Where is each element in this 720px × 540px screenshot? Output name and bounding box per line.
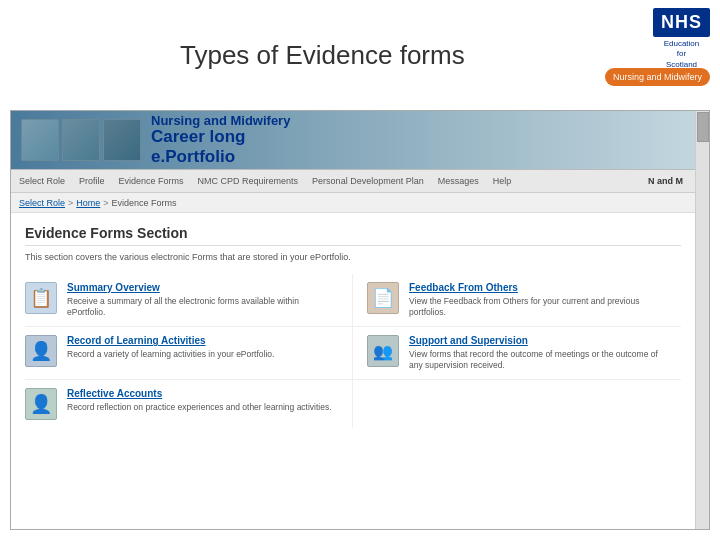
feedback-icon: 📄 bbox=[367, 282, 399, 314]
support-desc: View forms that record the outcome of me… bbox=[409, 349, 671, 371]
header-image-2 bbox=[62, 119, 100, 161]
learning-text: Record of Learning Activities Record a v… bbox=[67, 335, 338, 360]
feedback-doc-icon: 📄 bbox=[372, 287, 394, 309]
nav-messages[interactable]: Messages bbox=[438, 176, 479, 186]
feedback-desc: View the Feedback from Others for your c… bbox=[409, 296, 671, 318]
reflective-name[interactable]: Reflective Accounts bbox=[67, 388, 338, 399]
person-icon: 👤 bbox=[30, 340, 52, 362]
evidence-item-feedback: 📄 Feedback From Others View the Feedback… bbox=[353, 274, 681, 327]
feedback-name[interactable]: Feedback From Others bbox=[409, 282, 671, 293]
nav-select-role[interactable]: Select Role bbox=[19, 176, 65, 186]
reflective-person-icon: 👤 bbox=[30, 393, 52, 415]
page-title: Types of Evidence forms bbox=[180, 40, 465, 71]
reflective-desc: Record reflection on practice experience… bbox=[67, 402, 338, 413]
browser-area: Nursing and Midwifery Career long e.Port… bbox=[10, 110, 710, 530]
doc-icon: 📋 bbox=[30, 287, 52, 309]
nav-help[interactable]: Help bbox=[493, 176, 512, 186]
nhs-logo: NHS Education for Scotland bbox=[653, 8, 710, 70]
feedback-text: Feedback From Others View the Feedback f… bbox=[409, 282, 671, 318]
learning-icon: 👤 bbox=[25, 335, 57, 367]
nav-profile[interactable]: Profile bbox=[79, 176, 105, 186]
summary-icon: 📋 bbox=[25, 282, 57, 314]
nm-button[interactable]: Nursing and Midwifery bbox=[605, 68, 710, 86]
nav-pdp[interactable]: Personal Development Plan bbox=[312, 176, 424, 186]
header-image-3 bbox=[103, 119, 141, 161]
breadcrumb-home[interactable]: Home bbox=[76, 198, 100, 208]
section-desc: This section covers the various electron… bbox=[25, 252, 681, 262]
nav-right-label: N and M bbox=[648, 176, 683, 186]
summary-text: Summary Overview Receive a summary of al… bbox=[67, 282, 338, 318]
scrollbar-thumb[interactable] bbox=[697, 112, 709, 142]
reflective-text: Reflective Accounts Record reflection on… bbox=[67, 388, 338, 413]
people-icon: 👥 bbox=[373, 342, 393, 361]
support-name[interactable]: Support and Supervision bbox=[409, 335, 671, 346]
breadcrumb-current: Evidence Forms bbox=[112, 198, 177, 208]
header-images bbox=[21, 119, 141, 161]
header-image-1 bbox=[21, 119, 59, 161]
evidence-item-learning: 👤 Record of Learning Activities Record a… bbox=[25, 327, 353, 380]
top-area: Types of Evidence forms NHS Education fo… bbox=[0, 0, 720, 110]
header-text: Nursing and Midwifery Career long e.Port… bbox=[151, 113, 290, 167]
evidence-item-support: 👥 Support and Supervision View forms tha… bbox=[353, 327, 681, 380]
learning-desc: Record a variety of learning activities … bbox=[67, 349, 338, 360]
section-title: Evidence Forms Section bbox=[25, 225, 681, 246]
header-title: Career long bbox=[151, 128, 290, 147]
nhs-badge: NHS bbox=[653, 8, 710, 37]
summary-desc: Receive a summary of all the electronic … bbox=[67, 296, 338, 318]
nav-nmc[interactable]: NMC CPD Requirements bbox=[198, 176, 299, 186]
learning-name[interactable]: Record of Learning Activities bbox=[67, 335, 338, 346]
breadcrumb: Select Role > Home > Evidence Forms bbox=[11, 193, 709, 213]
site-header: Nursing and Midwifery Career long e.Port… bbox=[11, 111, 709, 169]
reflective-icon: 👤 bbox=[25, 388, 57, 420]
main-content: Evidence Forms Section This section cove… bbox=[11, 213, 695, 530]
nav-evidence-forms[interactable]: Evidence Forms bbox=[119, 176, 184, 186]
summary-name[interactable]: Summary Overview bbox=[67, 282, 338, 293]
evidence-item-reflective: 👤 Reflective Accounts Record reflection … bbox=[25, 380, 353, 428]
support-icon: 👥 bbox=[367, 335, 399, 367]
header-org: Nursing and Midwifery bbox=[151, 113, 290, 128]
breadcrumb-select-role[interactable]: Select Role bbox=[19, 198, 65, 208]
scrollbar[interactable] bbox=[695, 111, 709, 529]
nav-bar: Select Role Profile Evidence Forms NMC C… bbox=[11, 169, 709, 193]
nhs-subtitle: Education for Scotland bbox=[664, 39, 700, 70]
evidence-grid: 📋 Summary Overview Receive a summary of … bbox=[25, 274, 681, 428]
header-subtitle: e.Portfolio bbox=[151, 147, 290, 167]
evidence-item-summary: 📋 Summary Overview Receive a summary of … bbox=[25, 274, 353, 327]
support-text: Support and Supervision View forms that … bbox=[409, 335, 671, 371]
